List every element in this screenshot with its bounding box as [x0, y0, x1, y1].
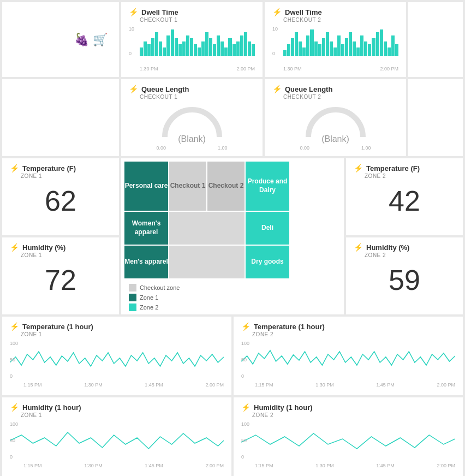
bar: [224, 47, 228, 57]
treemap-deli: Deli: [246, 212, 289, 245]
humidity2-hour-widget: ⚡ Humidity (1 hour) ZONE 2 100 50 0 1:15…: [234, 397, 463, 476]
bar: [166, 35, 170, 57]
temp2-hour-x-labels: 1:15 PM 1:30 PM 1:45 PM 2:00 PM: [241, 382, 455, 388]
bar: [368, 44, 371, 56]
bar: [306, 35, 309, 57]
lightning-icon-dwell1: ⚡: [129, 8, 138, 16]
humidity2-value: 59: [354, 258, 455, 302]
bar: [349, 32, 352, 56]
bar-chart-dwell2: 10 0: [272, 26, 398, 64]
humidity1-hour-subtitle: ZONE 1: [21, 412, 224, 418]
bar: [291, 38, 294, 56]
treemap-checkout2: Checkout 2: [207, 162, 245, 211]
x-labels-dwell2: 1:30 PM 2:00 PM: [272, 66, 398, 72]
gauge-2-x-labels: 0.00 1.00: [300, 145, 371, 151]
bar: [233, 44, 236, 56]
dwell-time-1-chart: 10 0 1:30 PM 2:00 PM: [129, 26, 255, 72]
legend-swatch-zone1: [129, 294, 136, 301]
queue-1-gauge: (Blank) 0.00 1.00: [129, 104, 255, 151]
temp2-value: 42: [354, 179, 455, 223]
bar: [182, 41, 186, 57]
queue-1-value: (Blank): [178, 134, 206, 144]
bar: [310, 29, 313, 57]
temp1-hour-x-labels: 1:15 PM 1:30 PM 1:45 PM 2:00 PM: [10, 382, 224, 388]
bar: [155, 32, 158, 56]
dwell-time-2-subtitle: CHECKOUT 2: [283, 17, 398, 23]
lightning-icon-temp1h: ⚡: [10, 322, 19, 331]
logo-cell: contoso 🍇 🛒: [2, 2, 119, 77]
lightning-icon-humidity2: ⚡: [354, 243, 363, 252]
humidity2-title: ⚡ Humidity (%): [354, 243, 455, 252]
temp1-hour-title: ⚡ Temperature (1 hour): [10, 322, 224, 331]
bar: [198, 47, 201, 57]
bar: [144, 41, 147, 57]
dashboard: contoso 🍇 🛒 ⚡ Dwell Time CHECKOUT 1 10 0: [0, 0, 465, 476]
temp1-hour-subtitle: ZONE 1: [21, 331, 224, 337]
empty-queue-right: [408, 79, 463, 156]
bar: [213, 44, 216, 56]
bar: [151, 38, 154, 56]
bar: [326, 32, 329, 56]
bar: [376, 32, 379, 56]
bar: [364, 41, 367, 57]
dwell-time-1-subtitle: CHECKOUT 1: [140, 17, 255, 23]
bar: [205, 32, 208, 56]
treemap-womens: Women's apparel: [124, 212, 168, 245]
bar: [217, 35, 220, 57]
queue-length-2-widget: ⚡ Queue Length CHECKOUT 2 (Blank) 0.00 1…: [265, 79, 406, 156]
bar: [295, 32, 298, 56]
temp2-subtitle: ZONE 2: [365, 173, 455, 179]
lightning-icon-humidity1: ⚡: [10, 243, 19, 252]
treemap-widget: Personal care Checkout 1 Checkout 2 Prod…: [121, 158, 344, 314]
bar: [252, 44, 255, 56]
queue-length-1-widget: ⚡ Queue Length CHECKOUT 1 (Blank) 0.00 1…: [121, 79, 263, 156]
humidity2-widget: ⚡ Humidity (%) ZONE 2 59: [346, 237, 463, 314]
queue-2-gauge: (Blank) 0.00 1.00: [272, 104, 398, 151]
humidity1-subtitle: ZONE 1: [21, 252, 111, 258]
bar: [248, 41, 251, 57]
bar: [209, 38, 212, 56]
bar: [384, 41, 387, 57]
bar: [140, 47, 143, 57]
gauge-1-x-labels: 0.00 1.00: [157, 145, 228, 151]
bottom-row-humidity: ⚡ Humidity (1 hour) ZONE 1 100 50 0 1:15…: [2, 397, 463, 476]
queue-length-2-title: ⚡ Queue Length: [272, 85, 398, 93]
bar: [360, 35, 363, 57]
line-svg-humidity2h: [241, 421, 455, 460]
logo-text: contoso: [14, 31, 71, 49]
bar: [236, 41, 240, 57]
bar: [159, 41, 162, 57]
queue-length-1-title: ⚡ Queue Length: [129, 85, 255, 93]
bar: [302, 47, 306, 57]
lightning-icon-temp2: ⚡: [354, 164, 363, 172]
bar: [372, 38, 375, 56]
humidity1-hour-x-labels: 1:15 PM 1:30 PM 1:45 PM 2:00 PM: [10, 463, 224, 468]
humidity2-hour-x-labels: 1:15 PM 1:30 PM 1:45 PM 2:00 PM: [241, 463, 455, 468]
bar: [228, 38, 231, 56]
bar: [388, 47, 391, 57]
legend-swatch-checkout: [129, 284, 136, 291]
treemap-mens: Men's apparel: [124, 246, 168, 278]
humidity2-hour-title: ⚡ Humidity (1 hour): [241, 403, 455, 412]
temp2-hour-y-labels: 100 50 0: [241, 341, 249, 379]
lightning-icon-temp1: ⚡: [10, 164, 19, 172]
bar: [356, 47, 360, 57]
humidity1-hour-chart: 100 50 0 1:15 PM 1:30 PM 1:45 PM 2:00 PM: [10, 421, 224, 471]
bar: [330, 41, 333, 57]
humidity1-hour-title: ⚡ Humidity (1 hour): [10, 403, 224, 412]
bar: [186, 35, 189, 57]
treemap-legend: Checkout zone Zone 1 Zone 2: [124, 284, 180, 311]
bar: [194, 44, 197, 56]
lightning-icon-queue1: ⚡: [129, 85, 138, 93]
legend-swatch-zone2: [129, 304, 136, 311]
bar: [287, 44, 290, 56]
treemap-checkout-bot: [169, 246, 245, 278]
bars-dwell2: [272, 26, 398, 56]
zone2-widgets: ⚡ Temperature (F) ZONE 2 42 ⚡ Humidity (…: [346, 158, 463, 314]
temp2-widget: ⚡ Temperature (F) ZONE 2 42: [346, 158, 463, 235]
bar-chart-dwell1: 10 0: [129, 26, 255, 64]
bar: [147, 44, 151, 56]
bar: [391, 35, 395, 57]
middle-row: ⚡ Temperature (F) ZONE 1 62 ⚡ Humidity (…: [2, 158, 463, 314]
treemap-dry-goods: Dry goods: [246, 246, 289, 278]
